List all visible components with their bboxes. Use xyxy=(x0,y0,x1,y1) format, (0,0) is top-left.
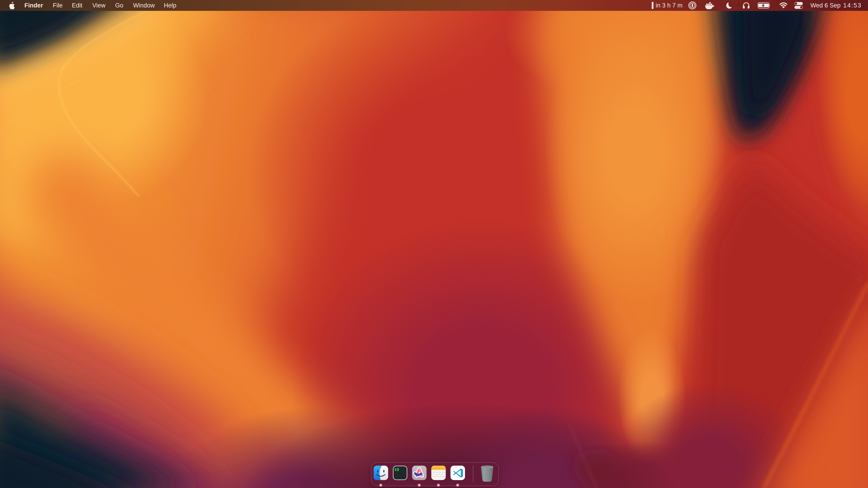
svg-text:$: $ xyxy=(395,468,397,472)
